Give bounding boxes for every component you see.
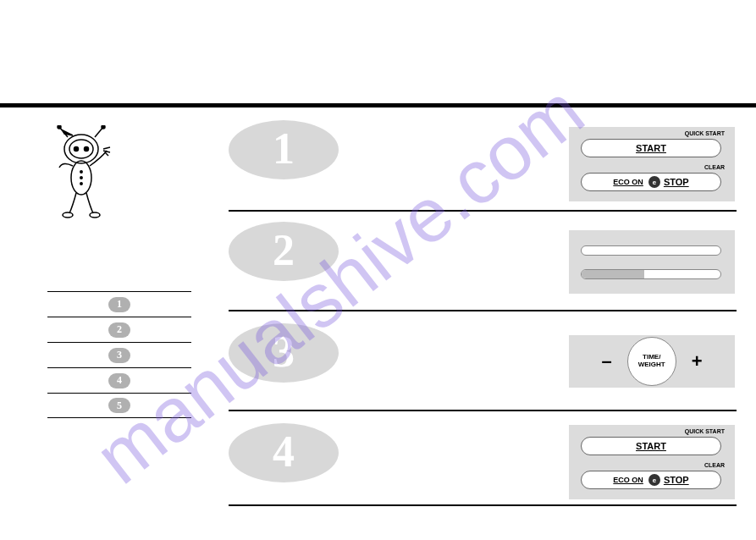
start-button[interactable]: START (581, 437, 721, 455)
eco-on-text: ECO ON (613, 476, 643, 484)
watermark-text: manualshive.com (80, 69, 599, 500)
selector-fill (582, 270, 644, 278)
toc-num: 1 (117, 298, 122, 311)
control-panel-3: – TIME/ WEIGHT + (569, 335, 735, 388)
toc-num-badge: 1 (108, 297, 130, 312)
stop-button[interactable]: ECO ON e STOP (581, 471, 721, 489)
selector-bar-1[interactable] (581, 245, 721, 256)
eco-badge-text: e (653, 477, 656, 484)
eco-on-text: ECO ON (613, 178, 643, 186)
control-panel-2 (569, 230, 735, 294)
stop-text: STOP (664, 475, 689, 485)
svg-point-1 (69, 140, 93, 158)
minus-sign: – (601, 350, 611, 372)
svg-point-7 (102, 125, 105, 129)
step-num-text: 3 (273, 327, 295, 377)
start-button-text: START (636, 143, 666, 153)
toc-num-badge: 2 (108, 322, 130, 338)
step-num-text: 2 (273, 225, 295, 275)
control-panel-4: QUICK START START CLEAR ECO ON e STOP (569, 425, 735, 499)
control-panel-1: QUICK START START CLEAR ECO ON e STOP (569, 127, 735, 201)
svg-point-12 (63, 212, 73, 218)
eco-badge-icon: e (648, 176, 660, 188)
step-badge-3: 3 (229, 323, 339, 383)
svg-point-10 (80, 177, 82, 179)
step-divider (229, 504, 737, 506)
clear-label: CLEAR (704, 164, 725, 170)
step-num-text: 4 (273, 427, 295, 477)
toc-num-badge: 5 (108, 398, 130, 413)
svg-point-5 (58, 125, 61, 129)
header-divider (0, 103, 756, 107)
toc-row: 5 (47, 393, 191, 418)
toc-num-badge: 3 (108, 348, 130, 363)
toc-num: 2 (117, 323, 122, 336)
svg-point-9 (80, 171, 82, 173)
toc-num: 4 (117, 374, 122, 387)
toc-row: 3 (47, 342, 191, 367)
toc-list: 1 2 3 4 5 (47, 291, 191, 418)
toc-row: 1 (47, 291, 191, 317)
eco-badge-text: e (653, 179, 656, 186)
step-badge-4: 4 (229, 423, 339, 482)
svg-point-13 (90, 212, 100, 218)
quick-start-label: QUICK START (685, 130, 725, 136)
toc-num-badge: 4 (108, 373, 130, 388)
step-divider (229, 210, 737, 212)
step-divider (229, 310, 737, 311)
stop-button[interactable]: ECO ON e STOP (581, 173, 721, 191)
toc-num: 3 (117, 349, 122, 361)
svg-point-11 (80, 183, 82, 185)
step-badge-2: 2 (229, 222, 339, 281)
svg-point-2 (74, 147, 79, 152)
toc-row: 4 (47, 367, 191, 393)
time-weight-dial[interactable]: TIME/ WEIGHT (627, 337, 676, 386)
start-button[interactable]: START (581, 139, 721, 157)
svg-point-3 (85, 147, 89, 152)
start-button-text: START (636, 441, 666, 451)
plus-button[interactable]: + (692, 350, 703, 372)
eco-badge-icon: e (648, 474, 660, 486)
step-divider (229, 410, 737, 411)
step-badge-1: 1 (229, 120, 339, 179)
step-num-text: 1 (273, 124, 295, 174)
clear-label: CLEAR (704, 462, 725, 468)
time-weight-label: TIME/ WEIGHT (638, 354, 665, 369)
toc-num: 5 (117, 399, 122, 412)
plus-sign: + (692, 350, 703, 372)
stop-text: STOP (664, 177, 689, 187)
minus-button[interactable]: – (601, 350, 611, 372)
selector-bar-2[interactable] (581, 269, 721, 279)
quick-start-label: QUICK START (685, 428, 725, 434)
robot-mascot-icon (47, 125, 115, 218)
toc-row: 2 (47, 317, 191, 342)
